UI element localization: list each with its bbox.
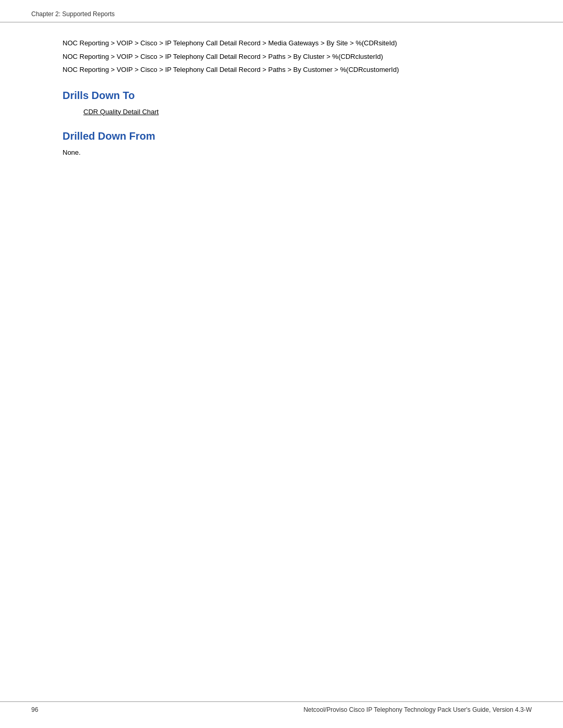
breadcrumb-line-2: NOC Reporting > VOIP > Cisco > IP Teleph… [63, 52, 500, 62]
footer-title: Netcool/Proviso Cisco IP Telephony Techn… [303, 706, 532, 713]
drilled-from-heading: Drilled Down From [63, 130, 500, 142]
breadcrumbs-section: NOC Reporting > VOIP > Cisco > IP Teleph… [63, 38, 500, 75]
main-content: NOC Reporting > VOIP > Cisco > IP Teleph… [0, 22, 563, 202]
drills-down-heading: Drills Down To [63, 90, 500, 102]
breadcrumb-line-3: NOC Reporting > VOIP > Cisco > IP Teleph… [63, 65, 500, 75]
drills-down-section: Drills Down To CDR Quality Detail Chart [63, 90, 500, 116]
page-footer: 96 Netcool/Proviso Cisco IP Telephony Te… [0, 701, 563, 718]
drilled-from-section: Drilled Down From None. [63, 130, 500, 156]
cdr-quality-detail-chart-link[interactable]: CDR Quality Detail Chart [83, 108, 159, 116]
none-text: None. [63, 149, 500, 156]
page-header: Chapter 2: Supported Reports [0, 0, 563, 22]
page-container: Chapter 2: Supported Reports NOC Reporti… [0, 0, 563, 728]
breadcrumb-line-1: NOC Reporting > VOIP > Cisco > IP Teleph… [63, 38, 500, 48]
chapter-label: Chapter 2: Supported Reports [31, 10, 115, 18]
footer-page-number: 96 [31, 706, 38, 713]
